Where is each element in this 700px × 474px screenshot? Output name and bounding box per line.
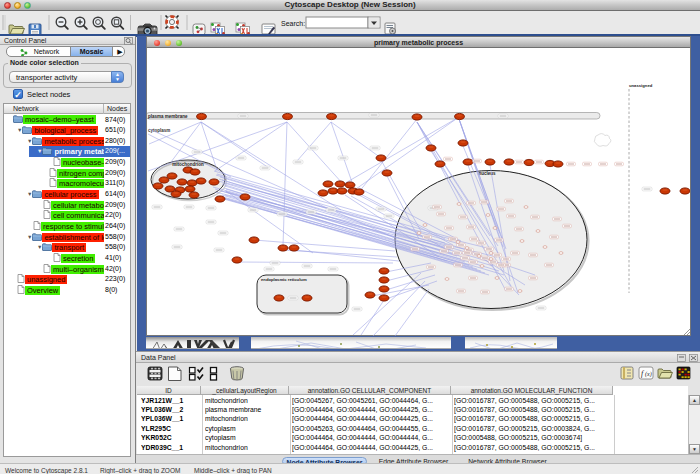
svg-text:plasma membrane: plasma membrane	[148, 114, 188, 119]
svg-text:(x): (x)	[645, 371, 652, 378]
svg-text:unassigned: unassigned	[629, 83, 653, 88]
svg-text:Search:: Search:	[281, 20, 305, 27]
svg-text:mitochondrion: mitochondrion	[172, 162, 204, 167]
svg-text:nucleus: nucleus	[478, 171, 496, 176]
svg-text:endoplasmic reticulum: endoplasmic reticulum	[261, 277, 307, 282]
